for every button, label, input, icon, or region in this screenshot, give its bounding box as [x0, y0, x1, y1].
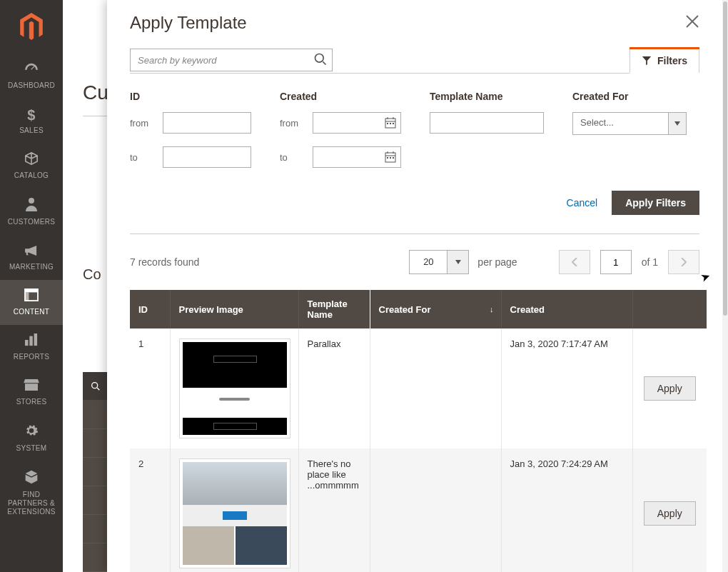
templates-grid: ID Preview Image Template Name Created F… [130, 290, 707, 572]
template-name-input[interactable] [430, 112, 544, 134]
magento-icon [19, 13, 44, 41]
apply-template-modal: Apply Template Filters ID from to [107, 0, 722, 572]
cell-name: There's no place like ...ommmmm [298, 448, 370, 572]
sort-indicator-icon: ↓ [490, 305, 494, 313]
nav-label: CATALOG [3, 171, 60, 180]
nav-customers[interactable]: CUSTOMERS [0, 189, 63, 235]
cell-preview [170, 448, 298, 572]
nav-label: SALES [3, 126, 60, 135]
nav-label: MARKETING [3, 263, 60, 271]
cell-preview [170, 328, 298, 448]
svg-rect-3 [25, 292, 29, 301]
layout-icon [3, 288, 60, 305]
filters-tab[interactable]: Filters [630, 49, 699, 74]
nav-catalog[interactable]: CATALOG [0, 144, 63, 189]
nav-marketing[interactable]: MARKETING [0, 235, 63, 280]
scrollbar[interactable] [722, 0, 728, 572]
next-page-button[interactable] [668, 250, 699, 274]
svg-rect-18 [393, 123, 394, 124]
search-wrap [130, 49, 333, 71]
prev-page-button[interactable] [559, 250, 590, 274]
chevron-down-icon[interactable] [668, 112, 687, 135]
nav-stores[interactable]: STORES [0, 370, 63, 415]
svg-point-14 [315, 54, 324, 63]
cancel-link[interactable]: Cancel [567, 197, 598, 209]
table-row: 2 There's no place like ...ommmmm Jan 3,… [130, 448, 707, 572]
magento-logo[interactable] [0, 0, 63, 54]
col-label: Created For [379, 304, 431, 315]
col-action [632, 290, 707, 328]
nav-partners[interactable]: FIND PARTNERS & EXTENSIONS [0, 461, 63, 525]
nav-system[interactable]: SYSTEM [0, 415, 63, 461]
apply-button[interactable]: Apply [644, 376, 696, 401]
page-of-label: of 1 [642, 256, 658, 268]
sublabel-to: to [130, 152, 154, 163]
nav-label: DASHBOARD [3, 81, 60, 90]
col-name[interactable]: Template Name [298, 290, 370, 328]
search-icon[interactable] [313, 52, 328, 70]
filter-label: Created [280, 91, 401, 102]
nav-reports[interactable]: REPORTS [0, 325, 63, 370]
svg-rect-4 [25, 340, 29, 346]
gear-icon [3, 423, 60, 441]
nav-label: CONTENT [3, 308, 60, 316]
modal-title: Apply Template [130, 13, 247, 33]
calendar-icon[interactable] [380, 146, 401, 168]
id-from-input[interactable] [163, 112, 251, 134]
nav-content[interactable]: CONTENT [0, 280, 63, 325]
dashboard-icon [3, 62, 60, 79]
records-found: 7 records found [130, 256, 199, 268]
preview-thumbnail[interactable] [179, 338, 290, 438]
box-icon [3, 152, 60, 169]
perpage-value[interactable]: 20 [409, 250, 448, 274]
cell-created-for [370, 328, 501, 448]
svg-rect-2 [25, 289, 38, 293]
filter-label: ID [130, 91, 251, 102]
nav-sales[interactable]: $ SALES [0, 99, 63, 144]
filter-label: Template Name [430, 91, 544, 102]
filter-created: Created from to [280, 91, 401, 168]
nav-label: STORES [3, 398, 60, 406]
bars-icon [3, 333, 60, 350]
perpage-label: per page [477, 256, 517, 268]
preview-thumbnail[interactable] [179, 458, 290, 568]
sublabel-from: from [130, 118, 154, 129]
filter-fields: ID from to Created from [130, 91, 699, 168]
nav-label: FIND PARTNERS & EXTENSIONS [3, 491, 60, 516]
filter-template-name: Template Name [430, 91, 544, 168]
svg-rect-20 [387, 157, 388, 159]
search-icon [90, 381, 101, 392]
page-input[interactable] [600, 250, 632, 274]
scrollbar-thumb[interactable] [723, 1, 727, 316]
admin-sidebar: DASHBOARD $ SALES CATALOG CUSTOMERS MARK… [0, 0, 63, 572]
svg-rect-21 [390, 157, 391, 159]
col-preview[interactable]: Preview Image [170, 290, 298, 328]
filter-id: ID from to [130, 91, 251, 168]
select-display: Select... [572, 112, 668, 135]
col-created-for[interactable]: Created For ↓ [370, 290, 501, 328]
cell-id: 2 [130, 448, 170, 572]
calendar-icon[interactable] [380, 112, 401, 134]
search-input[interactable] [130, 49, 333, 71]
close-icon[interactable] [685, 13, 699, 33]
created-for-select[interactable]: Select... [572, 112, 687, 135]
table-row: 1 Parallax Jan 3, 2020 7:17:47 AM Apply [130, 328, 707, 448]
svg-rect-16 [387, 123, 388, 124]
col-created[interactable]: Created [501, 290, 632, 328]
id-to-input[interactable] [163, 146, 251, 168]
svg-point-0 [29, 198, 34, 204]
cell-name: Parallax [298, 328, 370, 448]
cell-created: Jan 3, 2020 7:17:47 AM [501, 328, 632, 448]
perpage-dropdown[interactable] [448, 250, 469, 274]
col-id[interactable]: ID [130, 290, 170, 328]
svg-rect-6 [34, 333, 38, 346]
nav-label: CUSTOMERS [3, 218, 60, 226]
cube-icon [3, 470, 60, 488]
nav-dashboard[interactable]: DASHBOARD [0, 54, 63, 99]
cell-id: 1 [130, 328, 170, 448]
cell-created: Jan 3, 2020 7:24:29 AM [501, 448, 632, 572]
nav-label: SYSTEM [3, 444, 60, 453]
apply-button[interactable]: Apply [644, 501, 696, 526]
cell-created-for [370, 448, 501, 572]
apply-filters-button[interactable]: Apply Filters [612, 191, 699, 215]
